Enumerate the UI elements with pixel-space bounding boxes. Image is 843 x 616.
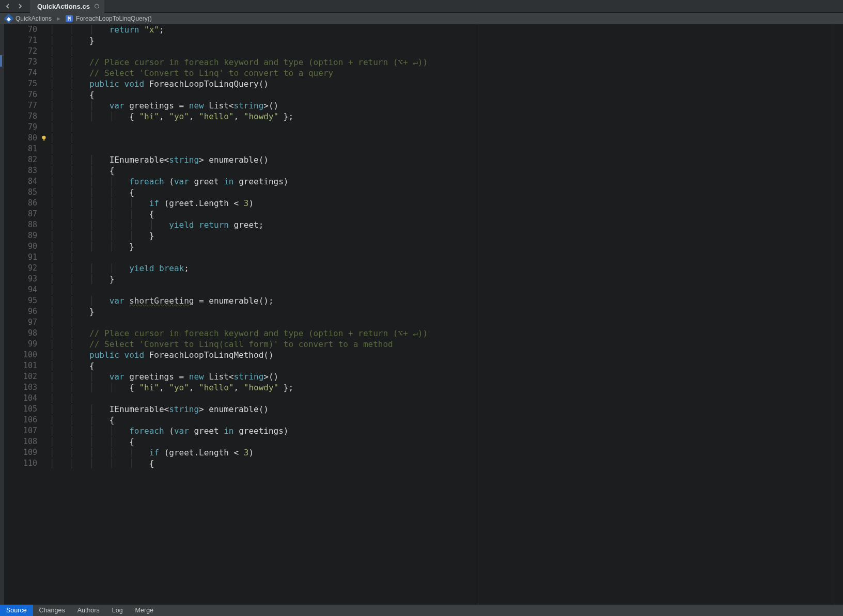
gutter [40, 133, 49, 144]
code-line[interactable]: 108│ │ │ │ { [4, 436, 834, 447]
line-number: 105 [4, 404, 40, 415]
code-line[interactable]: 98│ │ // Place cursor in foreach keyword… [4, 328, 834, 339]
nav-back-button[interactable] [3, 2, 12, 11]
line-content: │ │ │ │ │ if (greet.Length < 3) [49, 198, 254, 209]
bottom-tab-changes[interactable]: Changes [33, 605, 71, 616]
code-line[interactable]: 79│ │ [4, 122, 834, 133]
code-line[interactable]: 106│ │ │ { [4, 415, 834, 425]
svg-rect-1 [43, 139, 45, 141]
breadcrumb-class[interactable]: ◆ QuickActions [5, 15, 52, 22]
code-line[interactable]: 74│ │ // Select 'Convert to Linq' to con… [4, 68, 834, 78]
code-line[interactable]: 71│ │ } [4, 35, 834, 46]
gutter [40, 360, 49, 371]
line-number: 106 [4, 415, 40, 425]
code-line[interactable]: 91│ │ [4, 252, 834, 263]
lightbulb-icon[interactable] [40, 134, 48, 145]
line-content: │ │ // Select 'Convert to Linq' to conve… [49, 68, 333, 78]
code-line[interactable]: 72│ │ [4, 46, 834, 57]
code-line[interactable]: 76│ │ { [4, 89, 834, 100]
line-number: 99 [4, 339, 40, 350]
code-line[interactable]: 109│ │ │ │ │ if (greet.Length < 3) [4, 447, 834, 458]
code-line[interactable]: 81│ │ [4, 144, 834, 154]
code-line[interactable]: 97│ │ [4, 317, 834, 328]
bottom-tab-source[interactable]: Source [0, 605, 33, 616]
line-number: 94 [4, 285, 40, 295]
code-line[interactable]: 84│ │ │ │ foreach (var greet in greeting… [4, 176, 834, 187]
line-content: │ │ [49, 144, 89, 154]
gutter [40, 176, 49, 187]
line-content: │ │ │ IEnumerable<string> enumerable() [49, 404, 269, 415]
line-content: │ │ │ │ │ │ yield return greet; [49, 219, 263, 230]
editor-scrollbar[interactable] [834, 24, 843, 605]
gutter [40, 274, 49, 285]
code-line[interactable]: 87│ │ │ │ │ { [4, 209, 834, 219]
code-line[interactable]: 77│ │ │ var greetings = new List<string>… [4, 100, 834, 111]
code-line[interactable]: 104│ │ [4, 393, 834, 404]
line-number: 75 [4, 78, 40, 89]
code-line[interactable]: 95│ │ │ var shortGreeting = enumerable()… [4, 295, 834, 306]
code-line[interactable]: 107│ │ │ │ foreach (var greet in greetin… [4, 425, 834, 436]
code-line[interactable]: 90│ │ │ │ } [4, 241, 834, 252]
code-line[interactable]: 96│ │ } [4, 306, 834, 317]
code-line[interactable]: 92│ │ │ │ yield break; [4, 263, 834, 274]
line-number: 70 [4, 24, 40, 35]
code-line[interactable]: 75│ │ public void ForeachLoopToLinqQuery… [4, 78, 834, 89]
code-line[interactable]: 82│ │ │ IEnumerable<string> enumerable() [4, 154, 834, 165]
code-line[interactable]: 73│ │ // Place cursor in foreach keyword… [4, 57, 834, 68]
tab-title: QuickActions.cs [37, 3, 90, 10]
code-line[interactable]: 70│ │ │ return "x"; [4, 24, 834, 35]
code-line[interactable]: 100│ │ public void ForeachLoopToLinqMeth… [4, 350, 834, 360]
gutter [40, 339, 49, 350]
code-line[interactable]: 105│ │ │ IEnumerable<string> enumerable(… [4, 404, 834, 415]
nav-forward-button[interactable] [15, 2, 25, 11]
code-line[interactable]: 85│ │ │ │ { [4, 187, 834, 198]
editor-tab[interactable]: QuickActions.cs [30, 0, 104, 13]
line-number: 102 [4, 371, 40, 382]
gutter [40, 285, 49, 295]
gutter [40, 241, 49, 252]
line-content: │ │ │ { [49, 165, 114, 176]
line-content: │ │ │ │ │ if (greet.Length < 3) [49, 447, 254, 458]
code-line[interactable]: 88│ │ │ │ │ │ yield return greet; [4, 219, 834, 230]
line-number: 84 [4, 176, 40, 187]
line-number: 81 [4, 144, 40, 154]
code-line[interactable]: 94│ │ [4, 285, 834, 295]
unsaved-indicator-icon [95, 4, 99, 9]
code-content: 70│ │ │ return "x";71│ │ }72│ │ 73│ │ //… [4, 24, 834, 469]
gutter [40, 78, 49, 89]
bottom-tab-authors[interactable]: Authors [71, 605, 106, 616]
code-line[interactable]: 86│ │ │ │ │ if (greet.Length < 3) [4, 198, 834, 209]
code-line[interactable]: 110│ │ │ │ │ { [4, 458, 834, 469]
code-line[interactable]: 89│ │ │ │ │ } [4, 230, 834, 241]
line-content: │ │ │ IEnumerable<string> enumerable() [49, 154, 269, 165]
gutter [40, 68, 49, 78]
code-line[interactable]: 101│ │ { [4, 360, 834, 371]
bottom-tab-log[interactable]: Log [106, 605, 129, 616]
line-number: 98 [4, 328, 40, 339]
bottom-tab-merge[interactable]: Merge [129, 605, 160, 616]
gutter [40, 295, 49, 306]
code-editor[interactable]: 70│ │ │ return "x";71│ │ }72│ │ 73│ │ //… [4, 24, 834, 605]
line-number: 79 [4, 122, 40, 133]
line-number: 76 [4, 89, 40, 100]
line-content: │ │ │ } [49, 274, 114, 285]
code-line[interactable]: 99│ │ // Select 'Convert to Linq(call fo… [4, 339, 834, 350]
gutter [40, 371, 49, 382]
line-number: 78 [4, 111, 40, 122]
line-content: │ │ │ │ { [49, 187, 134, 198]
gutter [40, 89, 49, 100]
breadcrumb-method[interactable]: M ForeachLoopToLinqQuery() [66, 15, 152, 22]
line-content: │ │ │ var greetings = new List<string>() [49, 100, 278, 111]
class-icon: ◆ [4, 13, 14, 24]
line-content: │ │ │ │ │ { [49, 209, 154, 219]
gutter [40, 46, 49, 57]
code-line[interactable]: 102│ │ │ var greetings = new List<string… [4, 371, 834, 382]
chevron-right-icon [18, 4, 23, 9]
code-line[interactable]: 103│ │ │ │ { "hi", "yo", "hello", "howdy… [4, 382, 834, 393]
line-number: 74 [4, 68, 40, 78]
code-line[interactable]: 78│ │ │ │ { "hi", "yo", "hello", "howdy"… [4, 111, 834, 122]
gutter [40, 24, 49, 35]
code-line[interactable]: 83│ │ │ { [4, 165, 834, 176]
code-line[interactable]: 80│ │ [4, 133, 834, 144]
code-line[interactable]: 93│ │ │ } [4, 274, 834, 285]
